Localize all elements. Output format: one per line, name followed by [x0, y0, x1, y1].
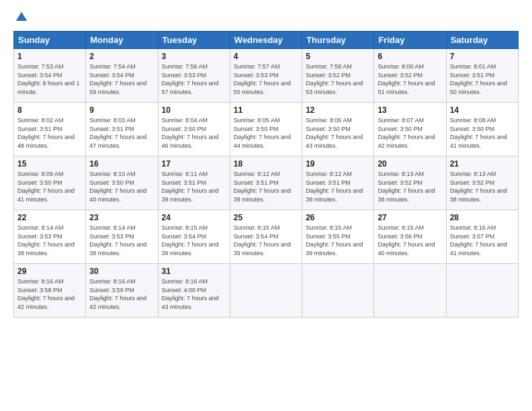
day-number: 19: [306, 159, 370, 169]
day-number: 4: [234, 52, 298, 61]
day-cell: 24 Sunrise: 8:15 AMSunset: 3:54 PMDaylig…: [158, 210, 230, 264]
day-detail: Sunrise: 8:12 AMSunset: 3:51 PMDaylight:…: [306, 171, 363, 203]
day-detail: Sunrise: 8:14 AMSunset: 3:53 PMDaylight:…: [17, 224, 75, 257]
week-row-1: 1 Sunrise: 7:53 AMSunset: 3:54 PMDayligh…: [14, 49, 519, 103]
day-cell: 6 Sunrise: 8:00 AMSunset: 3:52 PMDayligh…: [374, 49, 446, 103]
day-number: 25: [234, 213, 298, 222]
day-detail: Sunrise: 8:14 AMSunset: 3:53 PMDaylight:…: [89, 224, 146, 257]
day-cell: 2 Sunrise: 7:54 AMSunset: 3:54 PMDayligh…: [86, 49, 158, 103]
day-number: 9: [89, 105, 154, 115]
day-cell: 5 Sunrise: 7:58 AMSunset: 3:52 PMDayligh…: [302, 49, 374, 103]
day-cell: 31 Sunrise: 8:16 AMSunset: 4:00 PMDaylig…: [158, 264, 230, 318]
day-cell: 25 Sunrise: 8:15 AMSunset: 3:54 PMDaylig…: [230, 210, 302, 264]
day-detail: Sunrise: 8:12 AMSunset: 3:51 PMDaylight:…: [234, 171, 291, 203]
day-cell: 29 Sunrise: 8:16 AMSunset: 3:58 PMDaylig…: [14, 264, 86, 318]
day-cell: 1 Sunrise: 7:53 AMSunset: 3:54 PMDayligh…: [14, 49, 86, 103]
weekday-header-monday: Monday: [86, 32, 158, 49]
week-row-5: 29 Sunrise: 8:16 AMSunset: 3:58 PMDaylig…: [14, 264, 519, 318]
day-number: 13: [378, 105, 442, 115]
week-row-4: 22 Sunrise: 8:14 AMSunset: 3:53 PMDaylig…: [14, 210, 519, 264]
calendar-table: SundayMondayTuesdayWednesdayThursdayFrid…: [13, 31, 519, 318]
logo: [13, 11, 28, 24]
day-number: 10: [162, 105, 226, 115]
day-number: 23: [89, 213, 154, 222]
day-cell: 12 Sunrise: 8:06 AMSunset: 3:50 PMDaylig…: [302, 103, 374, 156]
day-number: 17: [162, 159, 226, 169]
day-number: 5: [306, 52, 370, 61]
day-cell: 4 Sunrise: 7:57 AMSunset: 3:53 PMDayligh…: [230, 49, 302, 103]
day-cell: [302, 264, 374, 318]
day-number: 6: [378, 52, 442, 61]
day-cell: 11 Sunrise: 8:05 AMSunset: 3:50 PMDaylig…: [230, 103, 302, 156]
day-detail: Sunrise: 7:57 AMSunset: 3:53 PMDaylight:…: [234, 63, 291, 95]
day-cell: 23 Sunrise: 8:14 AMSunset: 3:53 PMDaylig…: [86, 210, 158, 264]
day-detail: Sunrise: 8:15 AMSunset: 3:56 PMDaylight:…: [378, 224, 435, 257]
day-detail: Sunrise: 8:04 AMSunset: 3:50 PMDaylight:…: [162, 117, 219, 149]
day-detail: Sunrise: 8:07 AMSunset: 3:50 PMDaylight:…: [378, 117, 435, 149]
day-number: 29: [17, 267, 82, 276]
weekday-header-friday: Friday: [374, 32, 446, 49]
day-number: 27: [378, 213, 442, 222]
day-detail: Sunrise: 8:03 AMSunset: 3:51 PMDaylight:…: [89, 117, 146, 149]
day-cell: 18 Sunrise: 8:12 AMSunset: 3:51 PMDaylig…: [230, 156, 302, 210]
day-detail: Sunrise: 8:16 AMSunset: 3:57 PMDaylight:…: [450, 224, 507, 257]
day-cell: 21 Sunrise: 8:13 AMSunset: 3:52 PMDaylig…: [446, 156, 518, 210]
day-number: 11: [234, 105, 298, 115]
day-cell: [446, 264, 518, 318]
day-number: 22: [17, 213, 82, 222]
day-detail: Sunrise: 7:54 AMSunset: 3:54 PMDaylight:…: [89, 63, 146, 95]
day-number: 30: [89, 267, 154, 276]
day-cell: 19 Sunrise: 8:12 AMSunset: 3:51 PMDaylig…: [302, 156, 374, 210]
day-detail: Sunrise: 7:58 AMSunset: 3:52 PMDaylight:…: [306, 63, 363, 95]
logo-icon: [15, 11, 28, 24]
day-number: 14: [450, 105, 515, 115]
day-detail: Sunrise: 8:13 AMSunset: 3:52 PMDaylight:…: [450, 171, 507, 203]
weekday-header-wednesday: Wednesday: [230, 32, 302, 49]
day-number: 12: [306, 105, 370, 115]
day-cell: 14 Sunrise: 8:08 AMSunset: 3:50 PMDaylig…: [446, 103, 518, 156]
calendar-header-row: SundayMondayTuesdayWednesdayThursdayFrid…: [14, 32, 519, 49]
day-detail: Sunrise: 8:09 AMSunset: 3:50 PMDaylight:…: [17, 171, 75, 203]
day-detail: Sunrise: 8:15 AMSunset: 3:54 PMDaylight:…: [162, 224, 219, 257]
day-cell: 30 Sunrise: 8:16 AMSunset: 3:59 PMDaylig…: [86, 264, 158, 318]
day-number: 2: [89, 52, 154, 61]
day-detail: Sunrise: 8:02 AMSunset: 3:51 PMDaylight:…: [17, 117, 75, 149]
day-number: 18: [234, 159, 298, 169]
day-cell: [374, 264, 446, 318]
day-detail: Sunrise: 8:13 AMSunset: 3:52 PMDaylight:…: [378, 171, 435, 203]
weekday-header-saturday: Saturday: [446, 32, 518, 49]
day-number: 16: [89, 159, 154, 169]
day-detail: Sunrise: 7:53 AMSunset: 3:54 PMDaylight:…: [17, 63, 80, 95]
day-cell: 8 Sunrise: 8:02 AMSunset: 3:51 PMDayligh…: [14, 103, 86, 156]
day-cell: 3 Sunrise: 7:56 AMSunset: 3:53 PMDayligh…: [158, 49, 230, 103]
day-number: 20: [378, 159, 442, 169]
day-detail: Sunrise: 8:11 AMSunset: 3:51 PMDaylight:…: [162, 171, 219, 203]
calendar-page: SundayMondayTuesdayWednesdayThursdayFrid…: [0, 0, 532, 411]
day-number: 8: [17, 105, 82, 115]
day-detail: Sunrise: 8:05 AMSunset: 3:50 PMDaylight:…: [234, 117, 291, 149]
day-detail: Sunrise: 8:01 AMSunset: 3:51 PMDaylight:…: [450, 63, 507, 95]
day-detail: Sunrise: 7:56 AMSunset: 3:53 PMDaylight:…: [162, 63, 219, 95]
day-detail: Sunrise: 8:15 AMSunset: 3:55 PMDaylight:…: [306, 224, 363, 257]
day-cell: 7 Sunrise: 8:01 AMSunset: 3:51 PMDayligh…: [446, 49, 518, 103]
day-cell: 17 Sunrise: 8:11 AMSunset: 3:51 PMDaylig…: [158, 156, 230, 210]
day-cell: 10 Sunrise: 8:04 AMSunset: 3:50 PMDaylig…: [158, 103, 230, 156]
day-cell: 16 Sunrise: 8:10 AMSunset: 3:50 PMDaylig…: [86, 156, 158, 210]
day-number: 26: [306, 213, 370, 222]
day-number: 1: [17, 52, 82, 61]
day-cell: 9 Sunrise: 8:03 AMSunset: 3:51 PMDayligh…: [86, 103, 158, 156]
day-number: 31: [162, 267, 226, 276]
day-number: 28: [450, 213, 515, 222]
day-detail: Sunrise: 8:06 AMSunset: 3:50 PMDaylight:…: [306, 117, 363, 149]
weekday-header-sunday: Sunday: [14, 32, 86, 49]
day-detail: Sunrise: 8:10 AMSunset: 3:50 PMDaylight:…: [89, 171, 146, 203]
day-cell: 26 Sunrise: 8:15 AMSunset: 3:55 PMDaylig…: [302, 210, 374, 264]
day-number: 3: [162, 52, 226, 61]
page-header: [13, 11, 519, 24]
day-detail: Sunrise: 8:00 AMSunset: 3:52 PMDaylight:…: [378, 63, 435, 95]
day-detail: Sunrise: 8:08 AMSunset: 3:50 PMDaylight:…: [450, 117, 507, 149]
day-number: 21: [450, 159, 515, 169]
day-detail: Sunrise: 8:16 AMSunset: 4:00 PMDaylight:…: [162, 278, 219, 310]
day-cell: [230, 264, 302, 318]
day-detail: Sunrise: 8:15 AMSunset: 3:54 PMDaylight:…: [234, 224, 291, 257]
